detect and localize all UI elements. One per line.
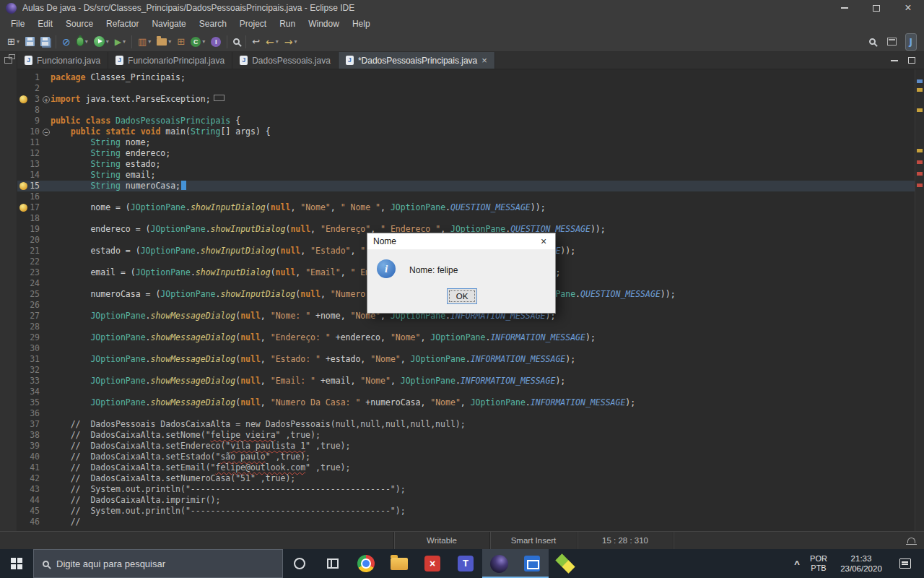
keyboard-language-indicator[interactable]: POR PTB	[806, 554, 832, 573]
forward-button[interactable]: →▾	[282, 33, 300, 51]
code-line-30[interactable]: 30	[17, 343, 924, 354]
maximize-window-button[interactable]	[860, 0, 892, 16]
maximize-editor-icon[interactable]	[908, 57, 915, 64]
start-button[interactable]	[0, 549, 33, 578]
tab-dadospessoaisprincipais-java[interactable]: J*DadosPessoaisPrincipais.java	[339, 52, 495, 69]
search-button[interactable]	[230, 33, 243, 51]
code-line-14[interactable]: 14 String email;	[17, 170, 924, 181]
code-line-41[interactable]: 41 // DadosCaixaAlta.setEmail("felipe@ou…	[17, 462, 924, 473]
ruler-cursor-marker[interactable]	[917, 79, 923, 83]
code-line-11[interactable]: 11 String nome;	[17, 137, 924, 148]
code-line-10[interactable]: 10− public static void main(String[] arg…	[17, 126, 924, 137]
code-line-37[interactable]: 37 // DadosPessoais DadosCaixaAlta = new…	[17, 419, 924, 430]
save-all-button[interactable]	[38, 33, 53, 51]
menu-search[interactable]: Search	[193, 16, 233, 32]
tab-funcionario-java[interactable]: JFuncionario.java	[17, 52, 108, 69]
action-center-button[interactable]	[891, 558, 920, 569]
code-line-32[interactable]: 32	[17, 365, 924, 376]
code-line-9[interactable]: 9public class DadosPessoaisPrincipais {	[17, 116, 924, 126]
warning-bulb-icon[interactable]	[19, 182, 27, 190]
menu-navigate[interactable]: Navigate	[145, 16, 192, 32]
taskbar-search-box[interactable]	[33, 549, 283, 578]
tab-close-icon[interactable]	[481, 56, 487, 66]
ruler-error-marker[interactable]	[917, 184, 923, 187]
tray-expand-button[interactable]: ^	[788, 558, 806, 569]
warning-bulb-icon[interactable]	[19, 95, 27, 103]
tab-dadospessoais-java[interactable]: JDadosPessoais.java	[232, 52, 339, 69]
restore-min imized-view-button[interactable]	[4, 57, 12, 64]
taskbar-eclipse-button[interactable]	[482, 549, 515, 578]
save-button[interactable]	[22, 33, 38, 51]
code-line-12[interactable]: 12 String endereco;	[17, 148, 924, 159]
code-line-34[interactable]: 34	[17, 387, 924, 397]
taskbar-chrome-button[interactable]	[349, 549, 383, 578]
taskbar-teams-button[interactable]: T	[449, 549, 482, 578]
code-line-45[interactable]: 45 // System.out.println("--------------…	[17, 506, 924, 517]
menu-source[interactable]: Source	[59, 16, 100, 32]
code-line-28[interactable]: 28	[17, 322, 924, 332]
new-interface-button[interactable]: I	[208, 33, 224, 51]
new-package-button[interactable]: ⊞	[174, 33, 188, 51]
code-line-16[interactable]: 16	[17, 191, 924, 202]
code-line-13[interactable]: 13 String estado;	[17, 159, 924, 170]
dialog-title-bar[interactable]: Nome	[367, 233, 555, 249]
dialog-ok-button[interactable]: OK	[447, 288, 477, 304]
code-line-35[interactable]: 35 JOptionPane.showMessageDialog(null, "…	[17, 397, 924, 408]
menu-window[interactable]: Window	[302, 16, 346, 32]
skip-breakpoints-button[interactable]: ⊘	[59, 33, 74, 51]
code-line-43[interactable]: 43 // System.out.println("--------------…	[17, 484, 924, 495]
ruler-warning-marker[interactable]	[917, 88, 923, 92]
code-line-42[interactable]: 42 // DadosCaixaAlta.setNumeroCasa("51" …	[17, 473, 924, 484]
new-wizard-button[interactable]: ⊞▾	[4, 33, 22, 51]
clock[interactable]: 21:33 23/06/2020	[832, 553, 891, 574]
code-line-46[interactable]: 46 //	[17, 517, 924, 527]
code-line-18[interactable]: 18	[17, 213, 924, 224]
taskbar-java-window-button[interactable]	[515, 549, 549, 578]
tab-funcionarioprincipal-java[interactable]: JFuncionarioPrincipal.java	[108, 52, 232, 69]
task-view-button[interactable]	[316, 549, 349, 578]
code-line-2[interactable]: 2	[17, 83, 924, 94]
fold-collapse-icon[interactable]: −	[43, 129, 50, 136]
ruler-error-marker[interactable]	[917, 172, 923, 176]
last-edit-location-button[interactable]: ↩	[249, 33, 263, 51]
code-line-31[interactable]: 31 JOptionPane.showMessageDialog(null, "…	[17, 354, 924, 365]
code-line-36[interactable]: 36	[17, 408, 924, 419]
code-line-1[interactable]: 1package Classes_Principais;	[17, 72, 924, 83]
new-java-project-button[interactable]: ▾	[154, 33, 174, 51]
code-line-33[interactable]: 33 JOptionPane.showMessageDialog(null, "…	[17, 376, 924, 387]
new-class-button[interactable]: C▾	[188, 33, 208, 51]
ruler-warning-marker[interactable]	[917, 149, 923, 152]
run-button[interactable]: ▾	[91, 33, 112, 51]
warning-bulb-icon[interactable]	[19, 204, 27, 212]
ruler-error-marker[interactable]	[917, 160, 923, 164]
code-line-44[interactable]: 44 // DadosCaixaAlta.imprimir();	[17, 495, 924, 506]
taskbar-red-app-button[interactable]: ×	[416, 549, 449, 578]
menu-edit[interactable]: Edit	[31, 16, 59, 32]
code-line-17[interactable]: 17 nome = (JOptionPane.showInputDialog(n…	[17, 202, 924, 213]
debug-button[interactable]: ▾	[74, 33, 91, 51]
fold-expand-icon[interactable]: +	[43, 96, 50, 103]
code-line-39[interactable]: 39 // DadosCaixaAlta.setEndereco("vila p…	[17, 441, 924, 452]
menu-run[interactable]: Run	[273, 16, 302, 32]
dialog-close-button[interactable]	[538, 236, 549, 247]
close-window-button[interactable]	[892, 0, 924, 16]
run-external-tools-button[interactable]: ▶▾	[112, 33, 128, 51]
notifications-button[interactable]	[907, 538, 924, 543]
menu-help[interactable]: Help	[346, 16, 377, 32]
menu-file[interactable]: File	[4, 16, 31, 32]
collapsed-imports-box[interactable]	[214, 95, 225, 101]
coverage-button[interactable]: ▥▾	[135, 33, 154, 51]
taskbar-file-explorer-button[interactable]	[383, 549, 416, 578]
back-button[interactable]: ←▾	[263, 33, 282, 51]
open-perspective-button[interactable]	[884, 33, 899, 51]
menu-refactor[interactable]: Refactor	[100, 16, 145, 32]
java-perspective-button[interactable]: J	[905, 33, 917, 51]
taskbar-green-app-button[interactable]	[549, 549, 582, 578]
search-input[interactable]	[56, 558, 274, 569]
code-line-40[interactable]: 40 // DadosCaixaAlta.setEstado("são paul…	[17, 452, 924, 462]
code-line-29[interactable]: 29 JOptionPane.showMessageDialog(null, "…	[17, 332, 924, 343]
ruler-warning-marker[interactable]	[917, 108, 923, 112]
find-actions-button[interactable]	[866, 33, 879, 51]
cortana-button[interactable]	[283, 549, 316, 578]
code-line-3[interactable]: 3+import java.text.ParseException;	[17, 94, 924, 105]
